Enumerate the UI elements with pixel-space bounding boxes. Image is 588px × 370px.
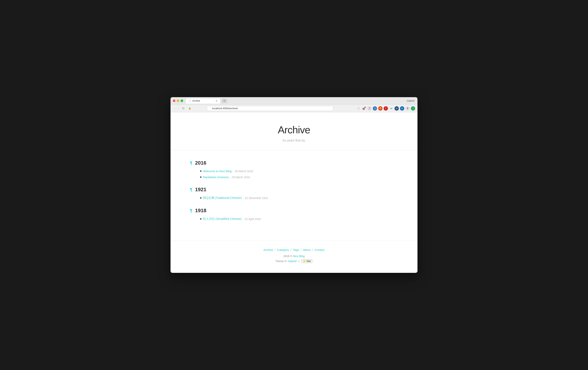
main-content: Archive As years flow by. ¶ 2016 Welcome…	[170, 112, 418, 273]
post-list: 阿Q正傳 (Traditional Chinese) - 01 December…	[190, 196, 398, 200]
ext-s-icon[interactable]: S	[405, 106, 410, 111]
rocket-icon[interactable]: 🚀	[362, 106, 366, 111]
traffic-lights	[173, 100, 183, 102]
year-section: ¶ 1921 阿Q正傳 (Traditional Chinese) - 01 D…	[190, 186, 398, 200]
footer-theme-text: Theme ©	[275, 260, 287, 263]
post-bullet	[200, 197, 201, 199]
ext-green-icon[interactable]: ↑	[411, 106, 415, 111]
ext-blue-icon[interactable]: N	[400, 106, 404, 111]
badge-icon[interactable]: 3	[373, 106, 377, 111]
browser-window: 📄 Archive ✕ + Gabriel ‹ › ↻ 🔒 localhost:…	[170, 97, 418, 273]
ext-red-icon[interactable]: Z	[384, 106, 388, 111]
post-date: - 29 March 2016	[230, 176, 250, 179]
footer-theme: Theme © Gabriel | ⭐ Star	[174, 259, 414, 263]
tab-bar: 📄 Archive ✕ +	[186, 98, 415, 103]
ext-blue-dark-icon[interactable]: W	[395, 106, 399, 111]
page-title: Archive	[174, 124, 414, 136]
post-item: 阿Q正傳 (Traditional Chinese) - 01 December…	[200, 196, 398, 200]
refresh-button[interactable]: ↻	[181, 106, 185, 111]
post-list: Welcome to Nice Blog - 30 March 2016 Mar…	[190, 169, 398, 179]
paragraph-icon: ¶	[190, 208, 192, 213]
year-number: 1918	[195, 207, 206, 214]
post-bullet	[200, 170, 201, 172]
footer-nav-link-tags[interactable]: Tags	[293, 248, 299, 251]
url-text: localhost:4000/archive/	[212, 107, 238, 110]
post-link[interactable]: 阿Q正傳 (Traditional Chinese)	[203, 196, 242, 200]
user-label: Gabriel	[407, 100, 414, 102]
footer-nav-link-category[interactable]: Category	[277, 248, 289, 251]
footer-blog-link[interactable]: Nice Blog	[293, 255, 305, 258]
opera-icon[interactable]: O	[378, 106, 382, 111]
year-header: ¶ 1918	[190, 207, 398, 214]
github-star-button[interactable]: ⭐ Star	[301, 259, 313, 263]
infinity-icon[interactable]: ∞	[389, 106, 393, 111]
toolbar-icons: ☆ 🚀 ? 3 O Z ∞ W N S ↑	[357, 106, 415, 111]
year-section: ¶ 1918 狂人日记 (Simplified Chinese) - 01 Ap…	[190, 207, 398, 221]
archive-content: ¶ 2016 Welcome to Nice Blog - 30 March 2…	[170, 150, 418, 240]
post-item: 狂人日记 (Simplified Chinese) - 01 April 191…	[200, 217, 398, 221]
post-bullet	[200, 218, 201, 220]
tab-title: Archive	[192, 100, 200, 102]
year-header: ¶ 2016	[190, 160, 398, 166]
post-item: Welcome to Nice Blog - 30 March 2016	[200, 169, 398, 173]
footer-nav-link-contact[interactable]: Contact	[315, 248, 325, 251]
new-tab-button[interactable]: +	[222, 99, 227, 103]
header-section: Archive As years flow by.	[170, 112, 418, 150]
forward-button[interactable]: ›	[177, 106, 179, 111]
year-number: 2016	[195, 160, 206, 166]
paragraph-icon: ¶	[190, 187, 192, 192]
paragraph-icon: ¶	[190, 161, 192, 165]
active-tab[interactable]: 📄 Archive ✕	[186, 98, 220, 103]
footer-nav-separator: /	[291, 248, 291, 251]
year-section: ¶ 2016 Welcome to Nice Blog - 30 March 2…	[190, 160, 398, 179]
post-item: Markdown Gramma - 29 March 2016	[200, 175, 398, 179]
post-bullet	[200, 176, 201, 178]
post-list: 狂人日记 (Simplified Chinese) - 01 April 191…	[190, 217, 398, 221]
close-button[interactable]	[173, 100, 175, 102]
post-link[interactable]: Markdown Gramma	[203, 175, 229, 179]
tab-close-button[interactable]: ✕	[215, 100, 218, 103]
footer-nav-separator: /	[301, 248, 301, 251]
year-number: 1921	[195, 186, 206, 193]
footer-nav: Archive/Category/Tags/About/Contact	[174, 248, 414, 251]
post-link[interactable]: Welcome to Nice Blog	[203, 169, 231, 173]
bookmark-icon[interactable]: ☆	[357, 106, 361, 111]
pipe-separator: |	[298, 260, 299, 263]
back-button[interactable]: ‹	[173, 106, 175, 111]
footer-copyright: 2018 © Nice Blog	[174, 255, 414, 258]
help-icon[interactable]: ?	[367, 106, 372, 111]
footer-nav-link-about[interactable]: About	[303, 248, 311, 251]
maximize-button[interactable]	[181, 100, 183, 102]
title-bar: 📄 Archive ✕ + Gabriel	[170, 97, 418, 104]
footer-nav-separator: /	[275, 248, 275, 251]
footer-section: Archive/Category/Tags/About/Contact 2018…	[170, 240, 418, 273]
address-bar: ‹ › ↻ 🔒 localhost:4000/archive/ ☆ 🚀 ? 3 …	[170, 104, 418, 112]
post-date: - 30 March 2016	[233, 170, 253, 173]
year-header: ¶ 1921	[190, 186, 398, 193]
address-input-wrapper: 🔒 localhost:4000/archive/	[187, 106, 353, 111]
address-bar-input[interactable]: 🔒 localhost:4000/archive/	[207, 106, 333, 111]
post-date: - 01 December 1921	[243, 196, 268, 200]
footer-nav-separator: /	[312, 248, 313, 251]
lock-icon: 🔒	[189, 107, 191, 110]
footer-nav-link-archive[interactable]: Archive	[263, 248, 273, 251]
post-link[interactable]: 狂人日记 (Simplified Chinese)	[203, 217, 242, 221]
minimize-button[interactable]	[177, 100, 179, 102]
page-subtitle: As years flow by.	[174, 139, 414, 142]
footer-author-link[interactable]: Gabriel	[288, 260, 296, 263]
post-date: - 01 April 1918	[243, 217, 261, 221]
page-content: Archive As years flow by. ¶ 2016 Welcome…	[170, 112, 418, 273]
tab-document-icon: 📄	[189, 100, 191, 102]
